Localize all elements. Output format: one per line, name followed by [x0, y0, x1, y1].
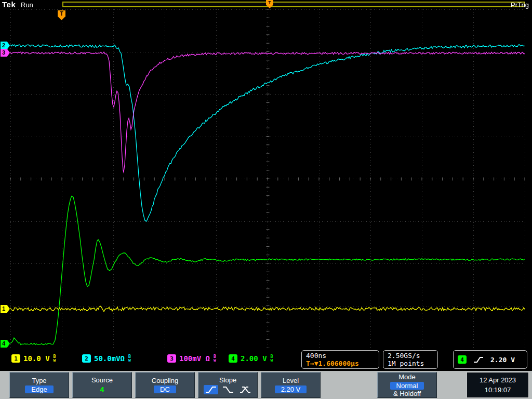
ch2-scale: 50.0mVΩ — [94, 354, 125, 363]
trigger-menu-bar: Type Edge Source 4 Coupling DC Slope Lev… — [0, 371, 532, 399]
ch2-bandwidth-icon: Bw — [128, 355, 133, 362]
ch1-bandwidth-icon: Bw — [54, 355, 58, 362]
trigger-mode-value2: & Holdoff — [393, 390, 421, 397]
trigger-type-label: Type — [32, 377, 46, 384]
ch4-readout: 4 2.00 V Bw — [229, 354, 275, 363]
horizontal-readout: 400ns T→▼1.606000µs — [301, 350, 379, 369]
trigger-mode-button[interactable]: Mode Normal & Holdoff — [377, 372, 437, 398]
trigger-type-value: Edge — [25, 385, 53, 393]
trigger-state-readout: PrTrig — [511, 1, 529, 9]
ch3-badge: 3 — [167, 354, 176, 363]
trigger-level-value: 2.20 V — [275, 385, 307, 393]
readout-bar: 1 10.0 V Bw 2 50.0mVΩ Bw 3 100mV Ω Bw 4 … — [0, 348, 532, 371]
trigger-source-label: Source — [91, 376, 113, 384]
sample-rate-readout: 2.50GS/s — [388, 352, 433, 360]
date-readout: 12 Apr 2023 — [480, 376, 516, 384]
trigger-coupling-value: DC — [154, 385, 176, 393]
ch4-bandwidth-icon: Bw — [271, 355, 275, 362]
trigger-slope-label: Slope — [219, 376, 236, 384]
ch1-badge: 1 — [11, 354, 20, 363]
trigger-level-button[interactable]: Level 2.20 V — [261, 372, 321, 398]
tek-logo: Tek — [2, 0, 16, 9]
rising-edge-icon[interactable] — [204, 385, 218, 394]
acquisition-status: Run — [21, 1, 33, 9]
record-length-readout: 1M points — [388, 360, 433, 367]
time-readout: 10:19:07 — [485, 386, 511, 394]
trigger-mode-label: Mode — [398, 373, 416, 381]
ch2-readout: 2 50.0mVΩ Bw — [82, 354, 133, 363]
trigger-coupling-label: Coupling — [152, 377, 178, 384]
trigger-coupling-button[interactable]: Coupling DC — [135, 372, 195, 398]
ch4-scale: 2.00 V — [241, 354, 267, 363]
trigger-level-readout: 2.20 V — [490, 356, 515, 364]
ch2-badge: 2 — [82, 354, 91, 363]
record-view-bar — [62, 2, 525, 7]
ch3-scale: 100mV Ω — [179, 354, 210, 363]
top-status-bar: Tek Run T PrTrig — [0, 0, 532, 9]
trigger-source-value: 4 — [100, 385, 104, 394]
trigger-slope-icon — [472, 355, 485, 365]
ch4-badge: 4 — [229, 354, 237, 363]
acquisition-readout: 2.50GS/s 1M points — [383, 350, 438, 369]
ch3-readout: 3 100mV Ω Bw — [167, 354, 218, 363]
trigger-source-badge: 4 — [458, 355, 467, 364]
trigger-mode-value: Normal — [390, 382, 424, 390]
falling-edge-icon[interactable] — [221, 385, 235, 394]
trigger-readout: 4 2.20 V — [453, 350, 527, 369]
ch1-scale: 10.0 V — [23, 354, 50, 363]
trigger-level-label: Level — [283, 377, 299, 384]
ch3-bandwidth-icon: Bw — [214, 355, 218, 362]
trigger-source-button[interactable]: Source 4 — [72, 372, 132, 398]
timebase-readout: 400ns — [306, 352, 375, 360]
trigger-delay-readout: T→▼1.606000µs — [306, 360, 375, 367]
ch1-readout: 1 10.0 V Bw — [11, 354, 58, 363]
trigger-type-button[interactable]: Type Edge — [9, 372, 69, 398]
waveform-display — [0, 0, 532, 348]
datetime-box: 12 Apr 2023 10:19:07 — [467, 372, 529, 398]
either-edge-icon[interactable] — [238, 385, 252, 394]
slope-options — [204, 385, 252, 394]
trigger-slope-button[interactable]: Slope — [198, 372, 258, 398]
